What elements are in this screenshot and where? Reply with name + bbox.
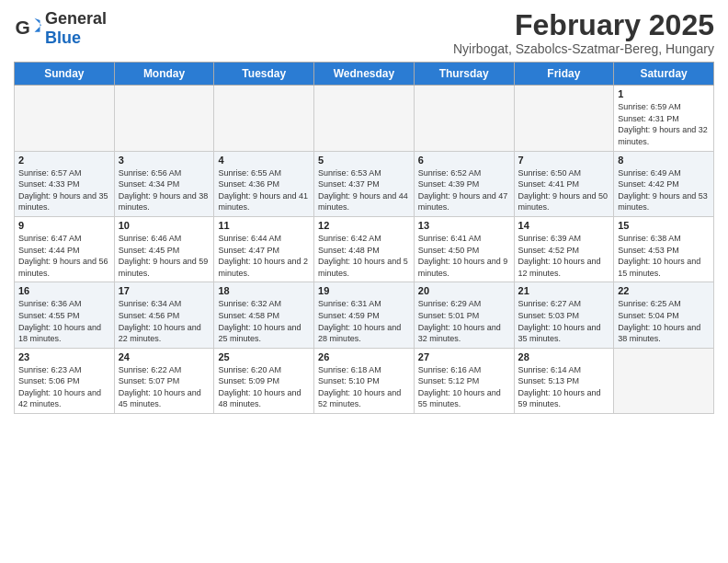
day-cell: 8Sunrise: 6:49 AM Sunset: 4:42 PM Daylig… xyxy=(614,151,714,216)
day-info: Sunrise: 6:23 AM Sunset: 5:06 PM Dayligh… xyxy=(18,364,110,410)
week-row-5: 23Sunrise: 6:23 AM Sunset: 5:06 PM Dayli… xyxy=(15,348,714,413)
day-number: 23 xyxy=(18,351,110,362)
day-number: 5 xyxy=(318,155,410,166)
day-cell: 25Sunrise: 6:20 AM Sunset: 5:09 PM Dayli… xyxy=(214,348,314,413)
day-info: Sunrise: 6:49 AM Sunset: 4:42 PM Dayligh… xyxy=(618,167,710,213)
calendar-table: SundayMondayTuesdayWednesdayThursdayFrid… xyxy=(14,62,714,414)
day-number: 11 xyxy=(218,220,310,231)
day-cell: 6Sunrise: 6:52 AM Sunset: 4:39 PM Daylig… xyxy=(414,151,514,216)
day-info: Sunrise: 6:50 AM Sunset: 4:41 PM Dayligh… xyxy=(518,167,610,213)
month-title: February 2025 xyxy=(453,9,714,41)
title-block: February 2025 Nyirbogat, Szabolcs-Szatma… xyxy=(453,9,714,56)
day-header-wednesday: Wednesday xyxy=(314,63,415,86)
day-cell: 28Sunrise: 6:14 AM Sunset: 5:13 PM Dayli… xyxy=(514,348,614,413)
day-info: Sunrise: 6:39 AM Sunset: 4:52 PM Dayligh… xyxy=(518,233,610,279)
calendar-body: 1Sunrise: 6:59 AM Sunset: 4:31 PM Daylig… xyxy=(15,86,714,414)
day-info: Sunrise: 6:44 AM Sunset: 4:47 PM Dayligh… xyxy=(218,233,310,279)
day-header-sunday: Sunday xyxy=(15,63,115,86)
day-info: Sunrise: 6:36 AM Sunset: 4:55 PM Dayligh… xyxy=(18,298,110,344)
day-number: 7 xyxy=(518,155,610,166)
day-number: 4 xyxy=(218,155,310,166)
day-cell: 5Sunrise: 6:53 AM Sunset: 4:37 PM Daylig… xyxy=(314,151,415,216)
header: G General Blue February 2025 Nyirbogat, … xyxy=(14,9,714,56)
day-header-monday: Monday xyxy=(114,63,214,86)
day-info: Sunrise: 6:59 AM Sunset: 4:31 PM Dayligh… xyxy=(618,101,710,147)
day-info: Sunrise: 6:14 AM Sunset: 5:13 PM Dayligh… xyxy=(518,364,610,410)
day-cell: 13Sunrise: 6:41 AM Sunset: 4:50 PM Dayli… xyxy=(414,216,514,282)
day-info: Sunrise: 6:20 AM Sunset: 5:09 PM Dayligh… xyxy=(218,364,310,410)
day-info: Sunrise: 6:55 AM Sunset: 4:36 PM Dayligh… xyxy=(218,167,310,213)
day-number: 3 xyxy=(119,155,210,166)
day-cell: 20Sunrise: 6:29 AM Sunset: 5:01 PM Dayli… xyxy=(414,282,514,348)
day-cell xyxy=(15,86,115,151)
day-number: 1 xyxy=(618,88,710,99)
day-info: Sunrise: 6:32 AM Sunset: 4:58 PM Dayligh… xyxy=(218,298,310,344)
day-number: 22 xyxy=(618,285,710,296)
day-info: Sunrise: 6:27 AM Sunset: 5:03 PM Dayligh… xyxy=(518,298,610,344)
day-number: 24 xyxy=(119,351,210,362)
day-cell: 1Sunrise: 6:59 AM Sunset: 4:31 PM Daylig… xyxy=(614,86,714,151)
day-info: Sunrise: 6:46 AM Sunset: 4:45 PM Dayligh… xyxy=(119,233,210,279)
day-cell: 7Sunrise: 6:50 AM Sunset: 4:41 PM Daylig… xyxy=(514,151,614,216)
day-info: Sunrise: 6:22 AM Sunset: 5:07 PM Dayligh… xyxy=(119,364,210,410)
day-number: 26 xyxy=(318,351,410,362)
day-number: 9 xyxy=(18,220,110,231)
day-number: 12 xyxy=(318,220,410,231)
week-row-2: 2Sunrise: 6:57 AM Sunset: 4:33 PM Daylig… xyxy=(15,151,714,216)
day-number: 14 xyxy=(518,220,610,231)
day-cell: 26Sunrise: 6:18 AM Sunset: 5:10 PM Dayli… xyxy=(314,348,415,413)
day-cell xyxy=(314,86,415,151)
day-info: Sunrise: 6:57 AM Sunset: 4:33 PM Dayligh… xyxy=(18,167,110,213)
week-row-1: 1Sunrise: 6:59 AM Sunset: 4:31 PM Daylig… xyxy=(15,86,714,151)
day-header-friday: Friday xyxy=(514,63,614,86)
page: G General Blue February 2025 Nyirbogat, … xyxy=(0,0,728,563)
day-number: 20 xyxy=(418,285,510,296)
day-cell: 14Sunrise: 6:39 AM Sunset: 4:52 PM Dayli… xyxy=(514,216,614,282)
svg-marker-1 xyxy=(35,18,42,32)
day-cell: 9Sunrise: 6:47 AM Sunset: 4:44 PM Daylig… xyxy=(15,216,115,282)
day-cell: 3Sunrise: 6:56 AM Sunset: 4:34 PM Daylig… xyxy=(114,151,214,216)
day-number: 27 xyxy=(418,351,510,362)
day-cell: 12Sunrise: 6:42 AM Sunset: 4:48 PM Dayli… xyxy=(314,216,415,282)
day-cell xyxy=(414,86,514,151)
day-number: 6 xyxy=(418,155,510,166)
day-cell: 21Sunrise: 6:27 AM Sunset: 5:03 PM Dayli… xyxy=(514,282,614,348)
day-info: Sunrise: 6:47 AM Sunset: 4:44 PM Dayligh… xyxy=(18,233,110,279)
day-cell: 19Sunrise: 6:31 AM Sunset: 4:59 PM Dayli… xyxy=(314,282,415,348)
day-info: Sunrise: 6:16 AM Sunset: 5:12 PM Dayligh… xyxy=(418,364,510,410)
svg-text:G: G xyxy=(16,17,30,38)
day-info: Sunrise: 6:56 AM Sunset: 4:34 PM Dayligh… xyxy=(119,167,210,213)
week-row-3: 9Sunrise: 6:47 AM Sunset: 4:44 PM Daylig… xyxy=(15,216,714,282)
day-cell: 16Sunrise: 6:36 AM Sunset: 4:55 PM Dayli… xyxy=(15,282,115,348)
day-number: 19 xyxy=(318,285,410,296)
calendar-header: SundayMondayTuesdayWednesdayThursdayFrid… xyxy=(15,63,714,86)
day-cell: 22Sunrise: 6:25 AM Sunset: 5:04 PM Dayli… xyxy=(614,282,714,348)
days-header-row: SundayMondayTuesdayWednesdayThursdayFrid… xyxy=(15,63,714,86)
day-cell: 17Sunrise: 6:34 AM Sunset: 4:56 PM Dayli… xyxy=(114,282,214,348)
day-cell: 4Sunrise: 6:55 AM Sunset: 4:36 PM Daylig… xyxy=(214,151,314,216)
day-cell: 27Sunrise: 6:16 AM Sunset: 5:12 PM Dayli… xyxy=(414,348,514,413)
day-cell: 23Sunrise: 6:23 AM Sunset: 5:06 PM Dayli… xyxy=(15,348,115,413)
logo-icon: G xyxy=(14,15,41,42)
day-info: Sunrise: 6:25 AM Sunset: 5:04 PM Dayligh… xyxy=(618,298,710,344)
logo-text: General Blue xyxy=(45,9,107,48)
day-info: Sunrise: 6:41 AM Sunset: 4:50 PM Dayligh… xyxy=(418,233,510,279)
day-cell xyxy=(214,86,314,151)
day-cell xyxy=(514,86,614,151)
day-cell: 11Sunrise: 6:44 AM Sunset: 4:47 PM Dayli… xyxy=(214,216,314,282)
week-row-4: 16Sunrise: 6:36 AM Sunset: 4:55 PM Dayli… xyxy=(15,282,714,348)
day-cell: 24Sunrise: 6:22 AM Sunset: 5:07 PM Dayli… xyxy=(114,348,214,413)
day-header-thursday: Thursday xyxy=(414,63,514,86)
day-number: 28 xyxy=(518,351,610,362)
day-info: Sunrise: 6:53 AM Sunset: 4:37 PM Dayligh… xyxy=(318,167,410,213)
day-number: 25 xyxy=(218,351,310,362)
day-number: 15 xyxy=(618,220,710,231)
logo-general-text: General xyxy=(45,9,107,29)
day-cell: 2Sunrise: 6:57 AM Sunset: 4:33 PM Daylig… xyxy=(15,151,115,216)
day-cell: 10Sunrise: 6:46 AM Sunset: 4:45 PM Dayli… xyxy=(114,216,214,282)
logo-blue-text: Blue xyxy=(45,29,107,48)
day-number: 16 xyxy=(18,285,110,296)
day-cell xyxy=(614,348,714,413)
day-number: 17 xyxy=(119,285,210,296)
day-number: 18 xyxy=(218,285,310,296)
